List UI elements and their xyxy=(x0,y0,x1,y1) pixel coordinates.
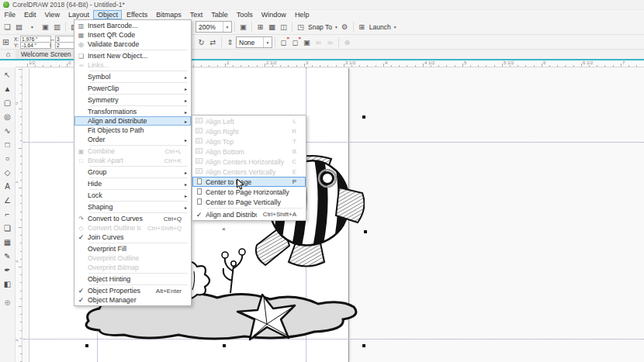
menu-item-lock[interactable]: Lock▸ xyxy=(74,191,191,200)
snap-to-button-caret-icon[interactable]: ▾ xyxy=(334,25,339,29)
drop-shadow-tool[interactable]: ❏ xyxy=(0,221,15,235)
outline-pen-tool[interactable]: ✒ xyxy=(0,263,15,277)
combo-dropdown-arrow-icon[interactable]: ▾ xyxy=(223,22,231,32)
menu-item-label: Overprint Fill xyxy=(88,245,182,253)
print-icon[interactable]: ▥ xyxy=(51,21,63,33)
menu-text[interactable]: Text xyxy=(185,10,207,19)
menu-item-symbol[interactable]: Symbol▸ xyxy=(74,72,191,81)
full-screen-preview-icon[interactable]: ▣ xyxy=(237,21,249,33)
show-rulers-icon[interactable]: ⊞ xyxy=(254,21,266,33)
object-position-fields: X: 1.976 " Y: -1.64 " xyxy=(14,36,51,49)
ruler-tick xyxy=(217,65,218,67)
clear-fill-icon[interactable]: ◻× xyxy=(289,36,301,48)
menu-item-label: Object Manager xyxy=(88,296,182,304)
tab-welcome-screen[interactable]: Welcome Screen xyxy=(16,50,78,59)
menu-help[interactable]: Help xyxy=(290,10,313,19)
menu-item-object-manager[interactable]: ✓Object Manager xyxy=(74,295,191,305)
menu-table[interactable]: Table xyxy=(207,10,233,19)
shape-tool[interactable]: ▲ xyxy=(0,81,15,95)
rotate-angle-icon[interactable]: ↻ xyxy=(196,36,207,48)
launch-app-icon[interactable]: ⊞ xyxy=(356,21,368,33)
menu-item-insert-new-object[interactable]: ❏Insert New Object... xyxy=(74,51,191,60)
show-grid-icon[interactable]: ▦ xyxy=(266,21,278,33)
menu-window[interactable]: Window xyxy=(257,10,290,19)
menu-layout[interactable]: Layout xyxy=(64,10,93,19)
menu-item-hide[interactable]: Hide▸ xyxy=(74,179,191,188)
menu-item-order[interactable]: Order▸ xyxy=(74,135,191,144)
y-position-field[interactable]: -1.64 " xyxy=(20,42,51,49)
open-caret-icon[interactable]: ▾ xyxy=(25,21,40,33)
menu-item-transformations[interactable]: Transformations▸ xyxy=(74,107,191,116)
menu-item-object-properties[interactable]: ✓Object PropertiesAlt+Enter xyxy=(74,286,191,295)
link-icon-2[interactable]: ∞ xyxy=(324,36,336,48)
ruler-tick xyxy=(336,65,337,67)
menu-item-overprint-fill[interactable]: Overprint Fill xyxy=(74,244,191,253)
menu-object[interactable]: Object xyxy=(93,10,122,19)
home-icon[interactable]: ⌂ xyxy=(2,50,14,59)
menu-item-center-to-page-horizontally[interactable]: Center to Page Horizontally xyxy=(192,187,306,197)
menu-item-validate-barcode[interactable]: ◎Validate Barcode xyxy=(74,40,191,49)
menu-item-join-curves[interactable]: ✓Join Curves xyxy=(74,233,191,242)
menu-bitmaps[interactable]: Bitmaps xyxy=(152,10,186,19)
show-guidelines-icon[interactable]: ◫ xyxy=(278,21,289,33)
rectangle-tool[interactable]: □ xyxy=(0,137,15,151)
launch-button-caret-icon[interactable]: ▾ xyxy=(393,25,398,29)
menu-item-convert-to-curves[interactable]: ↷Convert to CurvesCtrl+Q xyxy=(74,214,191,223)
freehand-tool[interactable]: ∿ xyxy=(0,123,15,137)
menu-view[interactable]: View xyxy=(40,10,64,19)
outline-width-icon[interactable]: ⇕ xyxy=(224,36,236,48)
text-tool[interactable]: A xyxy=(0,179,15,193)
menu-item-fit-objects-to-path[interactable]: Fit Objects to Path xyxy=(74,126,191,135)
crop-tool[interactable]: ▢ xyxy=(0,95,15,109)
ellipse-tool[interactable]: ○ xyxy=(0,151,15,165)
menu-edit[interactable]: Edit xyxy=(20,10,41,19)
zoom-tool[interactable]: ◎ xyxy=(0,109,15,123)
link-icon[interactable]: ∞ xyxy=(313,36,324,48)
menu-effects[interactable]: Effects xyxy=(122,10,151,19)
vertical-ruler[interactable]: 0123 xyxy=(16,67,23,362)
effects-icon[interactable]: ▣ xyxy=(301,36,313,48)
dimension-tool[interactable]: ∠ xyxy=(0,193,15,207)
menu-item-align-and-distribute[interactable]: ✓Align and DistributeCtrl+Shift+A xyxy=(192,209,306,219)
options-gear-icon[interactable]: ⚙ xyxy=(339,21,351,33)
zoom-level-combo[interactable]: 200%▾ xyxy=(196,21,232,33)
menu-item-insert-qr-code[interactable]: ▦Insert QR Code xyxy=(74,30,191,40)
save-icon[interactable]: ▣ xyxy=(40,21,51,33)
combo-dropdown-arrow-icon[interactable]: ▾ xyxy=(263,37,272,47)
selection-handle[interactable] xyxy=(223,344,226,347)
selection-handle[interactable] xyxy=(85,344,88,347)
launch-button[interactable]: Launch xyxy=(368,23,393,31)
page-icon xyxy=(197,198,202,205)
polygon-tool[interactable]: ◇ xyxy=(0,165,15,179)
new-document-icon[interactable]: ❏ xyxy=(2,21,13,33)
selection-handle[interactable] xyxy=(362,115,365,119)
clear-outline-icon[interactable]: ◻× xyxy=(278,36,289,48)
menu-item-align-and-distribute[interactable]: Align and Distribute▸ xyxy=(74,116,191,126)
selection-handle[interactable] xyxy=(364,230,367,233)
add-perspective-icon[interactable]: ⊕ xyxy=(341,36,353,48)
ruler-tick xyxy=(280,65,281,67)
menu-item-center-to-page-vertically[interactable]: Center to Page Vertically xyxy=(192,197,306,207)
menu-item-object-hinting[interactable]: Object Hinting xyxy=(74,274,191,284)
menu-file[interactable]: File xyxy=(0,10,20,19)
menu-item-center-to-page[interactable]: Center to PageP xyxy=(192,177,306,187)
export-icon[interactable]: ◳ xyxy=(295,21,306,33)
transparency-tool[interactable]: ▦ xyxy=(0,235,15,249)
menu-item-shaping[interactable]: Shaping▸ xyxy=(74,202,191,212)
connector-tool[interactable]: ⌐ xyxy=(0,207,15,221)
pick-tool[interactable]: ↖ xyxy=(0,67,15,81)
interactive-fill-tool[interactable]: ◧ xyxy=(0,277,15,291)
mirror-horizontal-icon[interactable]: ⇄ xyxy=(207,36,219,48)
menu-tools[interactable]: Tools xyxy=(232,10,257,19)
open-icon[interactable]: ▤ xyxy=(13,21,25,33)
snap-to-button[interactable]: Snap To xyxy=(306,23,334,31)
menu-item-symmetry[interactable]: Symmetry▸ xyxy=(74,95,191,105)
selection-handle[interactable] xyxy=(362,344,365,347)
ruler-tick xyxy=(581,64,582,67)
outline-width-combo[interactable]: None▾ xyxy=(236,36,272,48)
menu-item-group[interactable]: Group▸ xyxy=(74,167,191,177)
menu-item-powerclip[interactable]: PowerClip▸ xyxy=(74,84,191,93)
menu-item-insert-barcode[interactable]: ▥Insert Barcode... xyxy=(74,21,191,30)
eyedropper-tool[interactable]: ✎ xyxy=(0,249,15,263)
add-tool[interactable]: ⊕ xyxy=(0,295,15,309)
